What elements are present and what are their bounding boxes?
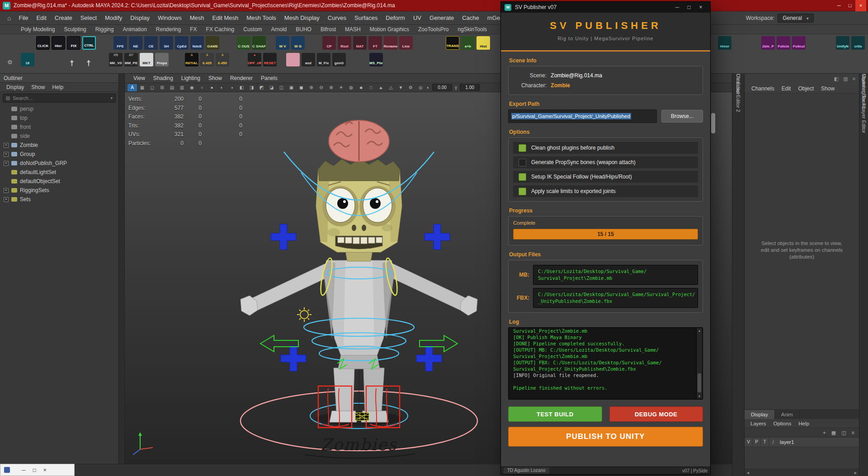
scroll-left-icon[interactable]: ◄: [746, 471, 750, 475]
viewport-menu-item[interactable]: Renderer: [226, 75, 257, 81]
shelf-tab[interactable]: Animation: [118, 25, 151, 34]
shelf-tab[interactable]: Custom: [239, 25, 266, 34]
menu-item[interactable]: Edit Mesh: [208, 11, 242, 24]
channel-box-menu-item[interactable]: Show: [818, 85, 838, 92]
shelf-tab[interactable]: Arnold: [267, 25, 292, 34]
layer-tool-icon[interactable]: ◫: [841, 430, 846, 436]
layer-editor-tab[interactable]: Anim: [775, 410, 800, 419]
menu-item[interactable]: Select: [76, 11, 101, 24]
layer-menu-item[interactable]: Options: [770, 421, 795, 426]
menu-item[interactable]: Generate: [425, 11, 458, 24]
menu-item[interactable]: Deform: [382, 11, 409, 24]
shelf-icon[interactable]: †: [65, 53, 79, 66]
expand-toggle-icon[interactable]: +: [4, 152, 9, 157]
layer-playback-toggle[interactable]: P: [753, 438, 761, 447]
viewport-toolbar-icon[interactable]: ●: [207, 84, 217, 91]
layer-menu-item[interactable]: Layers: [747, 421, 769, 426]
viewport-toolbar-icon[interactable]: ⊖: [316, 84, 326, 91]
menu-item[interactable]: Curves: [324, 11, 350, 24]
gamma-field[interactable]: 1.00: [460, 84, 480, 91]
menu-item[interactable]: Edit: [32, 11, 50, 24]
workspace-selector[interactable]: Workspace: General ▾: [746, 11, 814, 25]
sidebar-toggle-icon[interactable]: ≡: [853, 76, 855, 81]
shelf-icon[interactable]: UI: [21, 53, 34, 66]
menu-item[interactable]: Modify: [101, 11, 126, 24]
debug-mode-button[interactable]: DEBUG MODE: [609, 406, 703, 422]
viewport-toolbar-icon[interactable]: ◉: [187, 84, 197, 91]
shelf-tab[interactable]: Rendering: [151, 25, 185, 34]
shelf-icon[interactable]: asd: [302, 53, 315, 66]
viewport-toolbar-icon[interactable]: ◐: [217, 84, 226, 91]
shelf-icon[interactable]: A 6.450: [216, 53, 229, 66]
outliner-item[interactable]: persp: [0, 104, 118, 113]
viewport-toolbar-icon[interactable]: ◎: [416, 84, 425, 91]
viewport-toolbar-icon[interactable]: ▥: [177, 84, 187, 91]
layer-name[interactable]: layer1: [780, 439, 794, 445]
checkbox[interactable]: [519, 173, 526, 181]
layer-row[interactable]: V P T / layer1: [745, 437, 859, 447]
shelf-icon[interactable]: MKT: [140, 53, 153, 66]
viewport-toolbar-icon[interactable]: ⊞: [157, 84, 167, 91]
layer-template-toggle[interactable]: T: [761, 438, 769, 447]
shelf-icon[interactable]: 2ble_P: [761, 36, 775, 50]
menu-item[interactable]: Cache: [458, 11, 483, 24]
layer-menu-item[interactable]: Help: [795, 421, 812, 426]
home-icon[interactable]: ⌂: [4, 14, 14, 22]
outliner-item[interactable]: defaultLightSet: [0, 168, 118, 177]
expand-toggle-icon[interactable]: +: [4, 161, 9, 166]
checkbox[interactable]: [519, 144, 526, 152]
menu-item[interactable]: Display: [126, 11, 154, 24]
expand-toggle-icon[interactable]: +: [4, 197, 9, 202]
shelf-tab[interactable]: Rigging: [91, 25, 118, 34]
exposure-field[interactable]: 0.00: [432, 84, 452, 91]
viewport-toolbar-icon[interactable]: ▲: [376, 84, 386, 91]
shelf-icon[interactable]: UnifyN: [836, 36, 849, 50]
outliner-item[interactable]: + RiggingSets: [0, 186, 118, 195]
viewport-toolbar-icon[interactable]: ⊗: [326, 84, 336, 91]
outliner-item[interactable]: side: [0, 132, 118, 141]
shelf-tab[interactable]: FX: [185, 25, 201, 34]
viewport-menu-item[interactable]: Panels: [257, 75, 282, 81]
viewport-toolbar-icon[interactable]: ◑: [227, 84, 236, 91]
shelf-tab[interactable]: Motion Graphics: [365, 25, 414, 34]
shelf-icon[interactable]: [286, 53, 300, 66]
outliner-item[interactable]: + Zombie: [0, 141, 118, 150]
layer-visibility-toggle[interactable]: V: [745, 438, 753, 447]
maximize-button[interactable]: □: [683, 4, 695, 10]
viewport-menu-item[interactable]: Shading: [149, 75, 177, 81]
viewport-toolbar-icon[interactable]: △: [386, 84, 396, 91]
shelf-tab[interactable]: BUHO: [291, 25, 316, 34]
outliner-menu-item[interactable]: Show: [28, 84, 47, 90]
viewport-toolbar-icon[interactable]: ◨: [247, 84, 256, 91]
panel-splitter[interactable]: [119, 74, 125, 464]
outliner-item[interactable]: defaultObjectSet: [0, 177, 118, 186]
option-row[interactable]: Generate PropSync bones (weapon attach): [513, 156, 698, 168]
viewport-toolbar-icon[interactable]: ▦: [137, 84, 147, 91]
workspace-dropdown[interactable]: General ▾: [778, 14, 814, 23]
shelf-icon[interactable]: MS_Pbr: [369, 53, 383, 66]
expand-toggle-icon[interactable]: +: [4, 188, 9, 193]
shelf-tab[interactable]: Poly Modeling: [16, 25, 59, 34]
scroll-right-icon[interactable]: ►: [854, 471, 858, 475]
close-button[interactable]: ×: [695, 4, 707, 10]
shelf-icon[interactable]: M_Fix: [317, 53, 330, 66]
menu-item[interactable]: Mesh Tools: [242, 11, 280, 24]
viewport-toolbar-icon[interactable]: ◫: [277, 84, 286, 91]
shelf-icon[interactable]: genG: [332, 53, 346, 66]
docked-panel-tab[interactable]: UV Editor: [736, 74, 741, 95]
outliner-item[interactable]: + Group: [0, 150, 118, 159]
background-window-titlebar[interactable]: ─□×: [0, 464, 75, 476]
shelf-icon[interactable]: Hmer: [718, 36, 731, 50]
expand-toggle-icon[interactable]: +: [4, 143, 9, 148]
checkbox[interactable]: [519, 159, 526, 166]
shelf-icon[interactable]: A 6.435: [200, 53, 214, 66]
outliner-item[interactable]: top: [0, 113, 118, 123]
sidebar-toggle-icon[interactable]: ◧: [834, 76, 839, 82]
scroll-up-icon[interactable]: ▲: [697, 329, 702, 332]
viewport-toolbar-icon[interactable]: ■: [356, 84, 366, 91]
menu-item[interactable]: Mesh Display: [280, 11, 324, 24]
shelf-icon[interactable]: crtls: [851, 36, 865, 50]
viewport-toolbar-icon[interactable]: ☀: [336, 84, 346, 91]
outliner-menu-item[interactable]: Help: [49, 84, 66, 90]
background-window-control[interactable]: □: [33, 467, 36, 473]
